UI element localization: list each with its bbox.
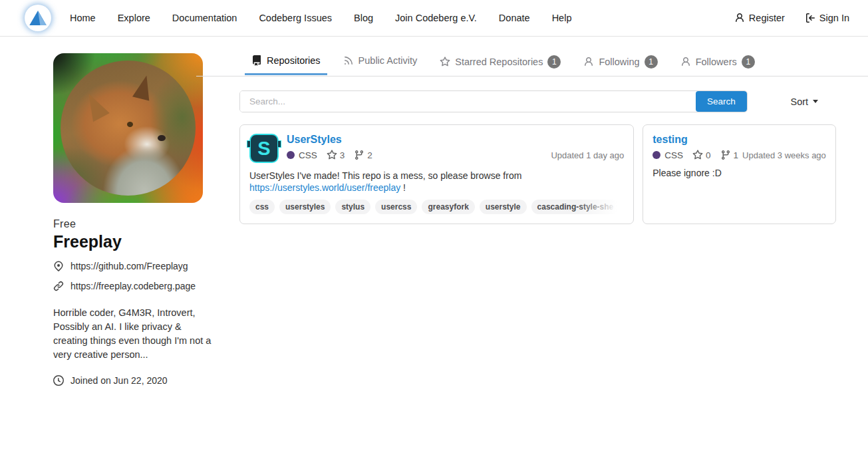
navbar-right: Register Sign In [734,13,849,23]
tab-label: Starred Repositories [455,57,543,67]
repo-card-head: testing CSS 0 1 Up [652,134,826,160]
nav-item-codeberg-issues[interactable]: Codeberg Issues [259,13,332,23]
updated-timestamp: Updated 1 day ago [551,150,624,160]
nav-item-donate[interactable]: Donate [499,13,530,23]
tab-public-activity[interactable]: Public Activity [337,53,424,74]
nav-item-help[interactable]: Help [552,13,572,23]
topic-pill[interactable]: cascading-style-she [531,200,620,214]
repo-description-text: Please ignore :D [652,168,722,178]
profile-page: Free Freeplay https://github.com/Freepla… [0,37,868,386]
nav-item-home[interactable]: Home [70,13,96,23]
nav-item-blog[interactable]: Blog [354,13,373,23]
topic-pill[interactable]: userstyle [480,200,527,214]
tab-following[interactable]: Following 1 [577,53,664,77]
fox-eye [127,122,133,127]
profile-avatar [53,53,203,203]
topics-row: cssuserstylesstylususercssgreasyforkuser… [249,200,624,215]
tab-label: Following [599,57,639,67]
nav-item-documentation[interactable]: Documentation [172,13,237,23]
topic-pill[interactable]: greasyfork [422,200,474,214]
star-icon [692,150,703,160]
star-count: 0 [692,150,711,160]
search-row: Search Sort [239,90,836,112]
repo-meta-row: CSS 3 2 Updated 1 day ago [287,150,624,160]
repo-description: Please ignore :D [652,167,826,179]
repo-description: UserStyles I've made! This repo is a mes… [249,170,624,194]
repo-meta-row: CSS 0 1 Updated 3 weeks ago [652,150,826,160]
sort-dropdown[interactable]: Sort [773,96,836,107]
topic-pill[interactable]: css [249,200,275,214]
repo-avatar: S [249,134,279,163]
tab-label: Public Activity [359,55,418,66]
website-row: https://freeplay.codeberg.page [53,281,196,291]
location-row: https://github.com/Freeplayg [53,261,196,271]
navbar: Home Explore Documentation Codeberg Issu… [0,0,868,37]
repo-title-link[interactable]: testing [652,134,687,146]
search-button[interactable]: Search [696,91,747,112]
nav-item-join-codeberg[interactable]: Join Codeberg e.V. [395,13,477,23]
nav-item-explore[interactable]: Explore [118,13,150,23]
repository-list: S UserStyles CSS 3 2 [239,124,836,224]
tab-count-badge: 1 [645,55,658,69]
person-icon [734,13,745,23]
tab-label: Repositories [267,55,321,66]
description-link[interactable]: https://userstyles.world/user/freeplay [249,182,400,193]
register-label: Register [749,13,785,23]
username: Freeplay [53,232,196,251]
repo-head-text: UserStyles CSS 3 2 [287,134,624,163]
fork-count-value: 2 [367,150,372,160]
sort-label: Sort [791,96,809,107]
search-input[interactable] [240,91,696,112]
tab-label: Followers [696,57,737,67]
language-label: CSS [664,150,683,160]
sign-in-icon [805,13,815,23]
star-icon [440,57,450,67]
rss-icon [343,55,354,66]
fox-nose [158,135,166,141]
location-value: https://github.com/Freeplayg [71,261,188,271]
star-count: 3 [327,150,345,160]
git-fork-icon [720,150,731,160]
mountain-icon [27,7,49,29]
fox-ear [132,73,155,100]
language-dot [287,151,295,159]
website-link[interactable]: https://freeplay.codeberg.page [71,281,196,291]
tab-count-badge: 1 [547,55,561,69]
tab-repositories[interactable]: Repositories [245,53,327,74]
tab-followers[interactable]: Followers 1 [674,53,762,77]
sign-in-label: Sign In [819,13,849,23]
profile-main: Repositories Public Activity Starred Rep… [196,53,868,386]
repo-icon [251,55,262,66]
joined-date: Joined on Jun 22, 2020 [71,375,168,386]
fork-count: 1 [720,150,739,160]
bio-text: Horrible coder, G4M3R, Introvert, Possib… [53,306,213,362]
repo-card-head: S UserStyles CSS 3 2 [249,134,624,163]
git-fork-icon [354,150,364,160]
sign-in-link[interactable]: Sign In [805,13,849,23]
tab-count-badge: 1 [742,55,755,69]
person-icon [680,57,691,67]
topic-pill[interactable]: stylus [335,200,370,214]
tab-starred-repositories[interactable]: Starred Repositories 1 [433,53,567,77]
repo-title-link[interactable]: UserStyles [287,134,342,146]
register-link[interactable]: Register [734,13,785,23]
star-count-value: 3 [340,150,345,160]
topic-pill[interactable]: usercss [375,200,417,214]
language-dot [652,151,660,159]
profile-sidebar: Free Freeplay https://github.com/Freepla… [0,53,196,386]
repo-card: testing CSS 0 1 Up [643,124,836,224]
joined-row: Joined on Jun 22, 2020 [53,375,196,386]
link-icon [53,281,64,291]
codeberg-logo[interactable] [25,5,51,31]
repo-description-text: UserStyles I've made! This repo is a mes… [249,170,521,181]
fox-photo [61,61,196,196]
display-name: Free [53,218,196,230]
star-count-value: 0 [706,150,711,160]
topic-pill[interactable]: userstyles [279,200,331,214]
fox-ear [80,90,110,122]
repo-card: S UserStyles CSS 3 2 [239,124,634,224]
location-pin-icon [53,261,64,271]
caret-down-icon [813,100,818,103]
star-icon [327,150,337,160]
profile-tabs: Repositories Public Activity Starred Rep… [196,53,868,77]
